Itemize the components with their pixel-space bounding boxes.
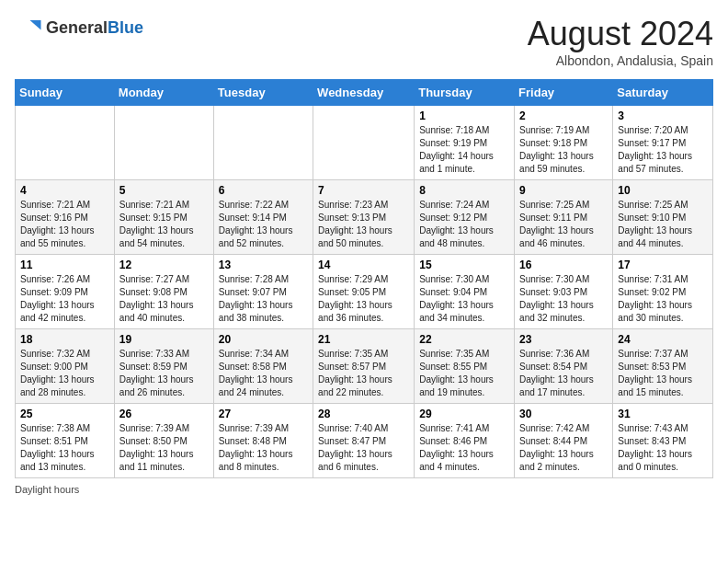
logo-blue: Blue [108,19,143,38]
day-info: Sunrise: 7:43 AM Sunset: 8:43 PM Dayligh… [618,422,708,474]
day-number: 5 [119,184,209,197]
day-number: 31 [618,408,708,420]
title-block: August 2024 Albondon, Andalusia, Spain [528,15,713,68]
day-cell: 19Sunrise: 7:33 AM Sunset: 8:59 PM Dayli… [114,329,213,404]
day-cell: 29Sunrise: 7:41 AM Sunset: 8:46 PM Dayli… [415,404,515,478]
day-number: 15 [419,259,509,271]
day-info: Sunrise: 7:42 AM Sunset: 8:44 PM Dayligh… [519,422,608,474]
day-number: 13 [219,259,308,271]
logo-icon [15,15,42,42]
day-info: Sunrise: 7:20 AM Sunset: 9:17 PM Dayligh… [618,124,708,176]
day-info: Sunrise: 7:31 AM Sunset: 9:02 PM Dayligh… [618,273,708,325]
day-number: 2 [519,109,608,122]
day-cell: 21Sunrise: 7:35 AM Sunset: 8:57 PM Dayli… [313,329,415,404]
day-cell: 24Sunrise: 7:37 AM Sunset: 8:53 PM Dayli… [613,329,713,404]
day-cell: 4Sunrise: 7:21 AM Sunset: 9:16 PM Daylig… [16,180,115,255]
logo-text: General Blue [46,19,143,38]
day-cell: 11Sunrise: 7:26 AM Sunset: 9:09 PM Dayli… [16,255,115,329]
day-number: 4 [20,184,109,197]
day-cell: 15Sunrise: 7:30 AM Sunset: 9:04 PM Dayli… [415,255,515,329]
day-cell: 17Sunrise: 7:31 AM Sunset: 9:02 PM Dayli… [613,255,713,329]
day-info: Sunrise: 7:35 AM Sunset: 8:57 PM Dayligh… [318,348,409,399]
day-info: Sunrise: 7:25 AM Sunset: 9:11 PM Dayligh… [519,199,608,250]
day-cell: 25Sunrise: 7:38 AM Sunset: 8:51 PM Dayli… [16,404,115,478]
day-cell: 20Sunrise: 7:34 AM Sunset: 8:58 PM Dayli… [213,329,313,404]
day-number: 8 [419,184,509,197]
day-cell: 1Sunrise: 7:18 AM Sunset: 9:19 PM Daylig… [415,106,515,180]
day-number: 24 [618,333,708,346]
day-number: 6 [219,184,308,197]
day-cell: 27Sunrise: 7:39 AM Sunset: 8:48 PM Dayli… [213,404,313,478]
col-header-friday: Friday [515,80,613,106]
daylight-label: Daylight hours [15,484,79,495]
day-cell: 12Sunrise: 7:27 AM Sunset: 9:08 PM Dayli… [114,255,213,329]
day-info: Sunrise: 7:26 AM Sunset: 9:09 PM Dayligh… [20,273,109,325]
day-cell: 6Sunrise: 7:22 AM Sunset: 9:14 PM Daylig… [213,180,313,255]
day-cell: 5Sunrise: 7:21 AM Sunset: 9:15 PM Daylig… [114,180,213,255]
week-row-3: 11Sunrise: 7:26 AM Sunset: 9:09 PM Dayli… [16,255,713,329]
day-number: 30 [519,408,608,420]
day-cell: 14Sunrise: 7:29 AM Sunset: 9:05 PM Dayli… [313,255,415,329]
day-cell: 30Sunrise: 7:42 AM Sunset: 8:44 PM Dayli… [515,404,613,478]
day-number: 1 [419,109,509,122]
day-info: Sunrise: 7:22 AM Sunset: 9:14 PM Dayligh… [219,199,308,250]
day-cell: 23Sunrise: 7:36 AM Sunset: 8:54 PM Dayli… [515,329,613,404]
day-info: Sunrise: 7:36 AM Sunset: 8:54 PM Dayligh… [519,348,608,399]
day-info: Sunrise: 7:39 AM Sunset: 8:48 PM Dayligh… [219,422,308,474]
day-number: 18 [20,333,109,346]
day-cell: 2Sunrise: 7:19 AM Sunset: 9:18 PM Daylig… [515,106,613,180]
location: Albondon, Andalusia, Spain [528,53,713,68]
day-number: 12 [119,259,209,271]
logo-general: General [46,19,108,38]
day-number: 25 [20,408,109,420]
day-cell: 3Sunrise: 7:20 AM Sunset: 9:17 PM Daylig… [613,106,713,180]
day-info: Sunrise: 7:24 AM Sunset: 9:12 PM Dayligh… [419,199,509,250]
day-number: 7 [318,184,409,197]
day-info: Sunrise: 7:29 AM Sunset: 9:05 PM Dayligh… [318,273,409,325]
day-info: Sunrise: 7:35 AM Sunset: 8:55 PM Dayligh… [419,348,509,399]
day-number: 10 [618,184,708,197]
day-number: 21 [318,333,409,346]
day-info: Sunrise: 7:33 AM Sunset: 8:59 PM Dayligh… [119,348,209,399]
day-number: 28 [318,408,409,420]
day-cell: 8Sunrise: 7:24 AM Sunset: 9:12 PM Daylig… [415,180,515,255]
col-header-thursday: Thursday [415,80,515,106]
day-info: Sunrise: 7:30 AM Sunset: 9:03 PM Dayligh… [519,273,608,325]
col-header-sunday: Sunday [16,80,115,106]
day-info: Sunrise: 7:21 AM Sunset: 9:15 PM Dayligh… [119,199,209,250]
day-cell: 22Sunrise: 7:35 AM Sunset: 8:55 PM Dayli… [415,329,515,404]
week-row-4: 18Sunrise: 7:32 AM Sunset: 9:00 PM Dayli… [16,329,713,404]
day-info: Sunrise: 7:40 AM Sunset: 8:47 PM Dayligh… [318,422,409,474]
page-header: General Blue August 2024 Albondon, Andal… [15,15,713,68]
day-number: 17 [618,259,708,271]
col-header-monday: Monday [114,80,213,106]
col-header-tuesday: Tuesday [213,80,313,106]
day-number: 11 [20,259,109,271]
day-cell: 10Sunrise: 7:25 AM Sunset: 9:10 PM Dayli… [613,180,713,255]
day-cell: 26Sunrise: 7:39 AM Sunset: 8:50 PM Dayli… [114,404,213,478]
day-cell: 28Sunrise: 7:40 AM Sunset: 8:47 PM Dayli… [313,404,415,478]
day-cell: 18Sunrise: 7:32 AM Sunset: 9:00 PM Dayli… [16,329,115,404]
day-info: Sunrise: 7:19 AM Sunset: 9:18 PM Dayligh… [519,124,608,176]
day-info: Sunrise: 7:37 AM Sunset: 8:53 PM Dayligh… [618,348,708,399]
day-cell: 13Sunrise: 7:28 AM Sunset: 9:07 PM Dayli… [213,255,313,329]
day-info: Sunrise: 7:18 AM Sunset: 9:19 PM Dayligh… [419,124,509,176]
day-info: Sunrise: 7:39 AM Sunset: 8:50 PM Dayligh… [119,422,209,474]
week-row-2: 4Sunrise: 7:21 AM Sunset: 9:16 PM Daylig… [16,180,713,255]
day-info: Sunrise: 7:23 AM Sunset: 9:13 PM Dayligh… [318,199,409,250]
day-number: 9 [519,184,608,197]
day-info: Sunrise: 7:21 AM Sunset: 9:16 PM Dayligh… [20,199,109,250]
col-header-saturday: Saturday [613,80,713,106]
svg-marker-0 [30,20,41,30]
day-number: 3 [618,109,708,122]
day-info: Sunrise: 7:30 AM Sunset: 9:04 PM Dayligh… [419,273,509,325]
month-year: August 2024 [528,15,713,53]
day-cell: 9Sunrise: 7:25 AM Sunset: 9:11 PM Daylig… [515,180,613,255]
header-row: SundayMondayTuesdayWednesdayThursdayFrid… [16,80,713,106]
day-info: Sunrise: 7:25 AM Sunset: 9:10 PM Dayligh… [618,199,708,250]
day-info: Sunrise: 7:34 AM Sunset: 8:58 PM Dayligh… [219,348,308,399]
day-number: 27 [219,408,308,420]
footer-note: Daylight hours [15,484,713,495]
day-cell: 7Sunrise: 7:23 AM Sunset: 9:13 PM Daylig… [313,180,415,255]
day-cell [114,106,213,180]
